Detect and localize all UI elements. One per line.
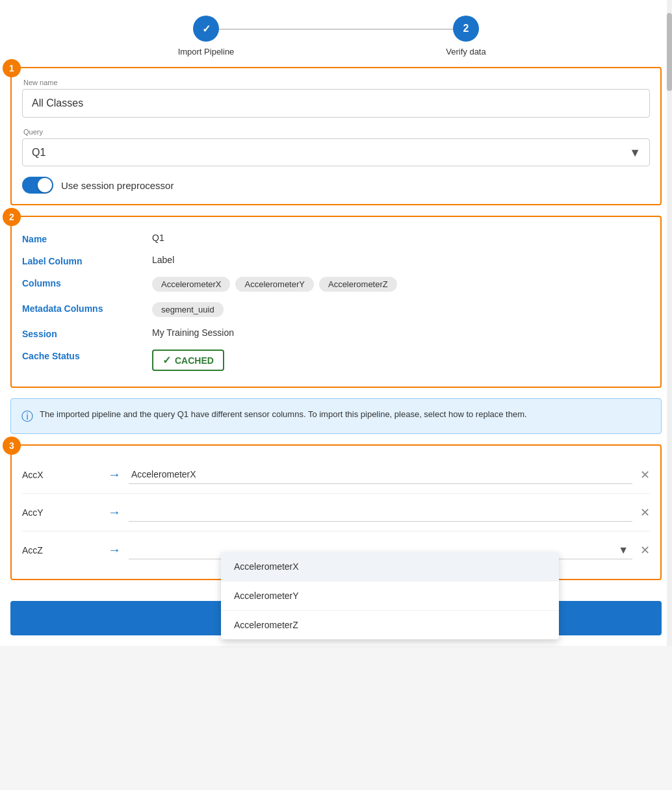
query-label: Query [22,128,650,136]
mapping-arrow-accz: → [108,542,121,557]
data-value-label-column: Label [152,255,650,265]
data-row-metadata: Metadata Columns segment_uuid [22,297,650,322]
mapping-close-accz[interactable]: ✕ [640,543,650,557]
cache-check-icon: ✓ [162,354,171,366]
section-2-box: 2 Name Q1 Label Column Label Columns Acc… [10,216,662,388]
mapping-source-accz: AccZ [22,545,100,555]
info-box: ⓘ The imported pipeline and the query Q1… [10,398,662,434]
data-row-session: Session My Training Session [22,322,650,344]
section-number-1: 1 [3,59,21,77]
stepper-step2: 2 Verify data [401,16,531,57]
data-value-columns: AccelerometerX AccelerometerY Accelerome… [152,277,650,292]
session-preprocessor-toggle[interactable] [22,177,53,194]
data-key-metadata: Metadata Columns [22,302,152,314]
mapping-arrow-accy: → [108,505,121,520]
cache-badge: ✓ CACHED [152,350,224,371]
stepper: ✓ Import Pipeline 2 Verify data [0,0,672,67]
mapping-row-accy: AccY → ✕ [22,494,650,531]
chip-accelerometerx: AccelerometerX [152,277,230,292]
data-row-columns: Columns AccelerometerX AccelerometerY Ac… [22,272,650,297]
stepper-circle-2: 2 [453,16,479,42]
mapping-select-accy[interactable] [129,503,632,522]
toggle-label: Use session preprocessor [61,180,174,191]
data-value-session: My Training Session [152,327,650,338]
data-key-cache-status: Cache Status [22,350,152,361]
dropdown-item-accelerometery[interactable]: AccelerometerY [221,581,559,611]
mapping-source-accx: AccX [22,470,100,480]
mapping-close-accx[interactable]: ✕ [640,468,650,482]
data-row-cache-status: Cache Status ✓ CACHED [22,344,650,376]
columns-chips: AccelerometerX AccelerometerY Accelerome… [152,277,650,292]
query-select-wrapper: Q1 ▼ [22,138,650,166]
mapping-close-accy[interactable]: ✕ [640,505,650,520]
data-row-name: Name Q1 [22,227,650,249]
query-select[interactable]: Q1 [22,138,650,166]
data-value-cache-status: ✓ CACHED [152,350,650,371]
mapping-select-wrapper-accx [129,465,632,484]
data-key-label-column: Label Column [22,255,152,266]
info-icon: ⓘ [21,409,33,424]
cache-label: CACHED [175,355,214,366]
dropdown-item-accelerometerx[interactable]: AccelerometerX [221,552,559,581]
mapping-select-wrapper-accy [129,503,632,522]
chip-accelerometerz: AccelerometerZ [319,277,397,292]
section-number-3: 3 [3,437,21,455]
stepper-label-1: Import Pipeline [178,47,235,57]
stepper-step1: ✓ Import Pipeline [141,16,271,57]
query-field: Query Q1 ▼ [22,128,650,166]
chip-accelerometery: AccelerometerY [235,277,313,292]
data-value-metadata: segment_uuid [152,302,650,317]
data-key-columns: Columns [22,277,152,288]
stepper-circle-1: ✓ [193,16,219,42]
dropdown-overlay: AccelerometerX AccelerometerY Accelerome… [221,552,559,639]
toggle-thumb [38,178,52,192]
new-name-input[interactable] [22,89,650,118]
dropdown-item-accelerometerz[interactable]: AccelerometerZ [221,611,559,639]
toggle-row: Use session preprocessor [22,177,650,194]
data-key-name: Name [22,233,152,244]
section-1-box: 1 New name Query Q1 ▼ Use session prepro… [10,67,662,205]
data-value-name: Q1 [152,233,650,243]
mapping-select-accx[interactable] [129,465,632,484]
new-name-field: New name [22,79,650,118]
mapping-source-accy: AccY [22,507,100,518]
mapping-row-accx: AccX → ✕ [22,456,650,494]
scrollbar[interactable] [667,0,672,646]
info-text: The imported pipeline and the query Q1 h… [40,408,527,421]
metadata-chips: segment_uuid [152,302,650,317]
data-row-label-column: Label Column Label [22,249,650,272]
new-name-label: New name [22,79,650,86]
data-key-session: Session [22,327,152,339]
chip-segment-uuid: segment_uuid [152,302,224,317]
section-number-2: 2 [3,208,21,226]
mapping-arrow-accx: → [108,467,121,482]
stepper-label-2: Verify data [446,47,485,57]
